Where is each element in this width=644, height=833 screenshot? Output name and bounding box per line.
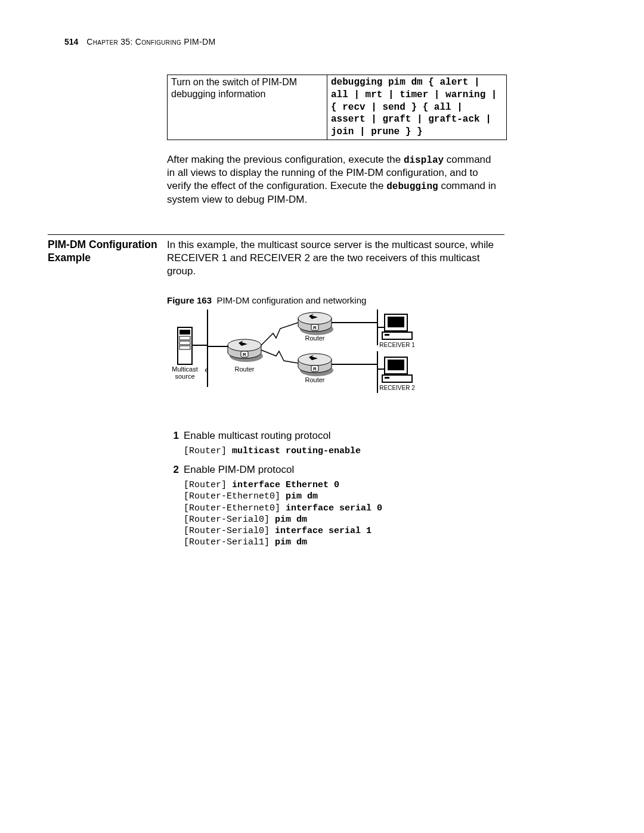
section-heading: PIM-DM Configuration Example bbox=[48, 239, 167, 548]
router-icon: R bbox=[298, 312, 332, 332]
step-item: 1 Enable multicast routing protocol bbox=[167, 429, 504, 442]
command-table: Turn on the switch of PIM-DM debugging i… bbox=[167, 75, 507, 140]
pc-icon bbox=[382, 314, 412, 339]
svg-point-30 bbox=[298, 354, 332, 366]
section-divider bbox=[48, 234, 504, 235]
svg-rect-44 bbox=[385, 377, 389, 379]
section-intro: In this example, the multicast source se… bbox=[167, 239, 504, 277]
table-row-command: debugging pim dm { alert | all | mrt | t… bbox=[327, 75, 507, 140]
table-row-desc: Turn on the switch of PIM-DM debugging i… bbox=[168, 75, 327, 140]
step-list: 1 Enable multicast routing protocol [Rou… bbox=[167, 429, 504, 549]
paragraph-after-table: After making the previous configuration,… bbox=[167, 153, 501, 206]
svg-text:R: R bbox=[313, 366, 317, 371]
svg-point-21 bbox=[298, 312, 332, 324]
section-row: PIM-DM Configuration Example In this exa… bbox=[48, 239, 596, 548]
content-area: Turn on the switch of PIM-DM debugging i… bbox=[167, 75, 596, 548]
svg-rect-37 bbox=[388, 317, 404, 327]
inline-cmd-debugging: debugging bbox=[386, 181, 438, 192]
inline-cmd-display: display bbox=[404, 155, 444, 166]
label-router: Router bbox=[234, 366, 254, 373]
chapter-title: Chapter 35: Configuring PIM-DM bbox=[86, 37, 215, 47]
command-block: [Router] multicast routing-enable bbox=[184, 445, 504, 457]
figure-caption: Figure 163 PIM-DM configuration and netw… bbox=[167, 295, 504, 306]
svg-text:R: R bbox=[243, 352, 246, 357]
command-block: [Router] interface Ethernet 0 [Router-Et… bbox=[184, 479, 504, 548]
router-icon: R bbox=[298, 354, 332, 373]
page: 514 Chapter 35: Configuring PIM-DM Turn … bbox=[0, 0, 644, 833]
label-receiver-1: RECEIVER 1 bbox=[379, 342, 415, 348]
svg-rect-39 bbox=[385, 334, 389, 336]
svg-rect-4 bbox=[179, 330, 190, 335]
label-router: Router bbox=[305, 335, 324, 342]
page-header: 514 Chapter 35: Configuring PIM-DM bbox=[64, 37, 215, 48]
figure-diagram: Multicast source bbox=[172, 309, 504, 417]
section-body: In this example, the multicast source se… bbox=[167, 239, 504, 548]
svg-text:Multicast: Multicast bbox=[172, 366, 197, 373]
svg-point-12 bbox=[228, 339, 261, 351]
pc-icon bbox=[382, 357, 412, 382]
svg-text:source: source bbox=[175, 373, 194, 380]
router-icon: R bbox=[228, 339, 261, 358]
svg-rect-42 bbox=[388, 360, 404, 370]
step-item: 2 Enable PIM-DM protocol bbox=[167, 463, 504, 476]
label-receiver-2: RECEIVER 2 bbox=[379, 385, 415, 391]
page-number: 514 bbox=[64, 37, 78, 47]
svg-text:R: R bbox=[313, 325, 317, 330]
label-router: Router bbox=[305, 376, 324, 383]
